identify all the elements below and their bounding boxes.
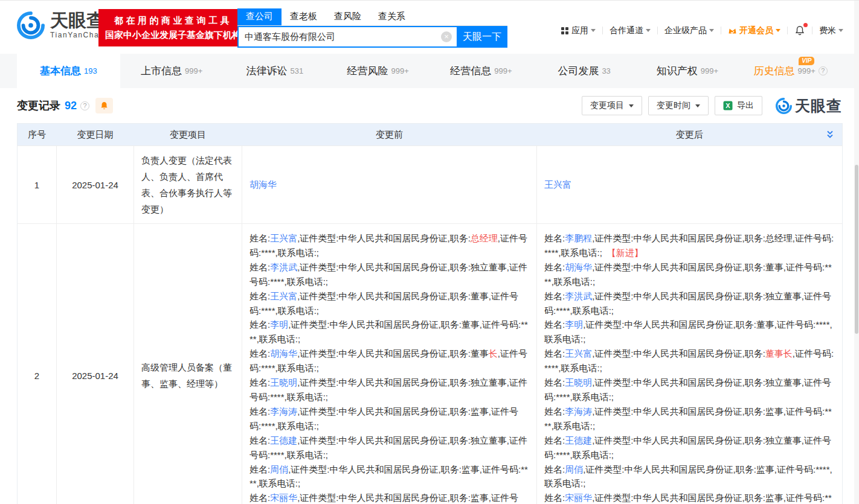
- person-cert-text: ,证件类型:中华人民共和国居民身份证,职务:: [297, 377, 471, 388]
- person-name-link[interactable]: 王晓明: [270, 377, 297, 388]
- change-after-cell: 姓名:李鹏程,证件类型:中华人民共和国居民身份证,职务:总经理,证件号码:***…: [537, 224, 843, 504]
- column-header-no: 序号: [18, 124, 57, 146]
- search-tab-risk[interactable]: 查风险: [326, 8, 370, 25]
- menu-divider: [657, 27, 658, 34]
- nav-tab-basic-info[interactable]: 基本信息193: [17, 54, 120, 88]
- filter-change-time-dropdown[interactable]: 变更时间: [648, 96, 709, 115]
- nav-tab-count: 531: [291, 66, 304, 75]
- notification-bell-button[interactable]: [794, 25, 805, 36]
- person-name-link[interactable]: 王德建: [565, 435, 592, 445]
- person-name-link[interactable]: 胡海华: [270, 348, 297, 359]
- nav-tab-company-development[interactable]: 公司发展33: [533, 54, 636, 88]
- person-name-link[interactable]: 李海涛: [270, 406, 297, 416]
- clear-icon[interactable]: ×: [441, 31, 452, 42]
- vertical-scrollbar[interactable]: [854, 1, 859, 504]
- person-name-label: 姓名:: [544, 406, 565, 416]
- person-role: 董事: [756, 319, 774, 330]
- nav-tab-history-info[interactable]: 历史信息999+?VIP: [739, 54, 842, 88]
- person-name-label: 姓名:: [249, 291, 270, 301]
- nav-tab-operating-info[interactable]: 经营信息999+: [430, 54, 533, 88]
- person-name-link[interactable]: 李洪武: [565, 291, 592, 301]
- person-cert-text: ,证件类型:中华人民共和国居民身份证,职务:: [583, 319, 756, 330]
- person-entry: 姓名:周俏,证件类型:中华人民共和国居民身份证,职务:监事,证件号码:****,…: [249, 462, 529, 491]
- menu-item-apps[interactable]: 应用: [561, 25, 596, 36]
- person-entry: 姓名:李明,证件类型:中华人民共和国居民身份证,职务:董事,证件号码:****,…: [544, 317, 835, 346]
- person-name-label: 姓名:: [249, 348, 270, 359]
- person-name-link[interactable]: 李洪武: [270, 262, 297, 272]
- menu-divider: [787, 27, 788, 34]
- collapse-chevrons-icon[interactable]: [825, 130, 835, 141]
- nav-tab-listing-info[interactable]: 上市信息999+: [120, 54, 224, 88]
- search-tab-relation[interactable]: 查关系: [370, 8, 414, 25]
- person-name-link[interactable]: 李鹏程: [565, 233, 592, 243]
- person-name-label: 姓名:: [249, 406, 270, 416]
- user-account-menu[interactable]: 费米: [819, 25, 843, 36]
- watermark-text: 天眼查: [795, 96, 842, 116]
- search-tab-boss[interactable]: 查老板: [282, 8, 326, 25]
- person-cert-text: ,证件类型:中华人民共和国居民身份证,职务:: [288, 464, 462, 474]
- promo-banner-line1: 都在用的商业查询工具: [105, 13, 241, 28]
- person-name-link[interactable]: 周俏: [565, 464, 583, 474]
- new-entry-tag: 【新进】: [607, 247, 643, 258]
- person-entry: 姓名:王德建,证件类型:中华人民共和国居民身份证,职务:独立董事,证件号码:**…: [249, 433, 529, 462]
- nav-tab-count: 999+: [701, 66, 718, 75]
- nav-tab-intellectual-property[interactable]: 知识产权999+: [636, 54, 739, 88]
- username: 费米: [819, 25, 836, 36]
- menu-item-cooperation[interactable]: 合作通道: [610, 25, 651, 36]
- person-entry: 姓名:王兴富,证件类型:中华人民共和国居民身份证,职务:总经理,证件号码:***…: [249, 231, 529, 260]
- menu-item-vip[interactable]: 开通会员: [728, 25, 780, 36]
- person-entry: 姓名:李海涛,证件类型:中华人民共和国居民身份证,职务:监事,证件号码:****…: [544, 404, 835, 433]
- person-name-link[interactable]: 王德建: [270, 435, 297, 445]
- person-name-link[interactable]: 王兴富: [544, 179, 571, 190]
- person-name-link[interactable]: 王兴富: [270, 291, 297, 301]
- person-name-link[interactable]: 周俏: [270, 464, 288, 474]
- person-name-link[interactable]: 李海涛: [565, 406, 592, 416]
- nav-tab-legal-litigation[interactable]: 法律诉讼531: [224, 54, 327, 88]
- help-icon[interactable]: ?: [80, 101, 89, 110]
- nav-tab-label: 历史信息: [753, 64, 794, 78]
- change-project: 负责人变更（法定代表人、负责人、首席代表、合伙事务执行人等变更）: [134, 146, 242, 224]
- help-icon[interactable]: ?: [819, 66, 828, 75]
- person-name-link[interactable]: 胡海华: [565, 262, 592, 272]
- bell-icon: [100, 101, 109, 110]
- person-entry: 姓名:王兴富,证件类型:中华人民共和国居民身份证,职务:董事,证件号码:****…: [249, 289, 529, 318]
- person-cert-text: ,证件类型:中华人民共和国居民身份证,职务:: [592, 406, 765, 416]
- section-count: 92: [65, 100, 77, 112]
- person-name-label: 姓名:: [249, 377, 270, 388]
- person-cert-text: ,证件类型:中华人民共和国居民身份证,职务:: [297, 262, 471, 272]
- person-name-link[interactable]: 王兴富: [270, 233, 297, 243]
- svg-text:X: X: [725, 102, 730, 109]
- person-name-link[interactable]: 李明: [565, 319, 583, 330]
- person-name-link[interactable]: 李明: [270, 319, 288, 330]
- person-entry: 姓名:李洪武,证件类型:中华人民共和国居民身份证,职务:独立董事,证件号码:**…: [544, 289, 835, 318]
- person-role-highlight: 长: [489, 348, 498, 359]
- person-entry: 姓名:李海涛,证件类型:中华人民共和国居民身份证,职务:监事,证件号码:****…: [249, 404, 529, 433]
- person-name-link[interactable]: 王晓明: [565, 377, 592, 388]
- person-role: 监事: [765, 493, 783, 503]
- search-tab-company[interactable]: 查公司: [237, 8, 282, 25]
- scrollbar-thumb[interactable]: [855, 165, 858, 334]
- person-name-link[interactable]: 宋丽华: [270, 493, 297, 503]
- person-name-label: 姓名:: [544, 493, 565, 503]
- menu-item-enterprise[interactable]: 企业级产品: [664, 25, 714, 36]
- nav-tab-count: 33: [602, 66, 610, 75]
- promo-banner-line2: 国家中小企业发展子基金旗下机构: [105, 28, 241, 42]
- menu-enterprise-label: 企业级产品: [664, 25, 707, 36]
- person-name-link[interactable]: 宋丽华: [565, 493, 592, 503]
- nav-tab-operating-risk[interactable]: 经营风险999+: [326, 54, 430, 88]
- chevron-down-icon: [646, 29, 651, 32]
- person-role: 独立董事: [765, 291, 802, 301]
- filter-change-project-dropdown[interactable]: 变更项目: [582, 96, 642, 115]
- search-input[interactable]: [239, 32, 457, 42]
- search-button[interactable]: 天眼一下: [457, 26, 507, 48]
- vip-badge: VIP: [799, 57, 814, 65]
- nav-tab-label: 上市信息: [141, 64, 182, 78]
- person-name-link[interactable]: 胡海华: [249, 179, 277, 190]
- person-name-label: 姓名:: [249, 262, 270, 272]
- change-project: 高级管理人员备案（董事、监事、经理等）: [134, 224, 242, 504]
- person-name-label: 姓名:: [544, 348, 565, 359]
- export-button[interactable]: X 导出: [715, 96, 762, 115]
- subscribe-bell-button[interactable]: [95, 98, 113, 113]
- company-nav-tabs: 基本信息193上市信息999+法律诉讼531经营风险999+经营信息999+公司…: [0, 54, 859, 88]
- person-name-link[interactable]: 王兴富: [565, 348, 592, 359]
